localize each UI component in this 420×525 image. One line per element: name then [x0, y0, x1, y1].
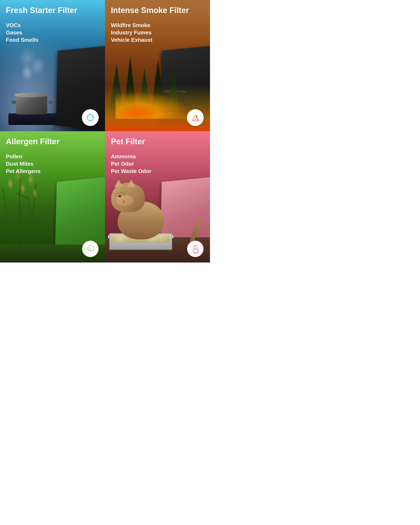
item-wildfire-smoke: Wildfire Smoke	[111, 22, 152, 28]
fresh-starter-filter-cell: Fresh Starter Filter VOCs Gases Food Sme…	[0, 0, 105, 131]
fire-mountain-icon	[190, 112, 201, 123]
svg-point-15	[196, 247, 197, 248]
item-pet-allergens: Pet Allergens	[6, 168, 40, 175]
stem-5	[27, 196, 36, 246]
item-vehicle-exhaust: Vehicle Exhaust	[111, 37, 152, 43]
svg-point-4	[90, 247, 91, 248]
item-gases: Gases	[6, 29, 38, 36]
svg-point-8	[86, 250, 86, 250]
seed-5	[31, 188, 39, 199]
refresh-icon	[85, 113, 95, 122]
seed-3	[19, 182, 26, 195]
pot-lid	[14, 93, 49, 97]
svg-point-6	[86, 248, 87, 249]
item-pet-odor: Pet Odor	[111, 161, 151, 167]
pot-body	[16, 95, 47, 114]
pet-cat-icon	[190, 244, 201, 254]
cat-eye	[119, 195, 121, 197]
fresh-starter-items: VOCs Gases Food Smells	[6, 22, 38, 44]
item-pet-waste-odor: Pet Waste Odor	[111, 168, 151, 175]
intense-smoke-title: Intense Smoke Filter	[111, 6, 189, 15]
allergen-face-icon	[85, 244, 95, 254]
svg-point-9	[87, 247, 87, 248]
refresh-icon-circle	[82, 109, 99, 126]
pet-filter-cell: Pet Filter Ammonia Pet Odor Pet Waste Od…	[105, 131, 210, 262]
pot-handle-left	[11, 101, 16, 104]
seed-1	[6, 177, 14, 190]
cat-nose	[122, 201, 125, 203]
item-ammonia: Ammonia	[111, 153, 151, 160]
fresh-starter-title: Fresh Starter Filter	[6, 6, 77, 15]
fire-flames	[115, 91, 189, 119]
allergen-items: Pollen Dust Mites Pet Allergens	[6, 153, 40, 175]
pot-handle-right	[49, 101, 53, 104]
svg-point-14	[195, 247, 195, 248]
pet-items: Ammonia Pet Odor Pet Waste Odor	[111, 153, 151, 175]
stem-3	[18, 191, 24, 246]
cat-ear-right	[127, 179, 135, 187]
filter-grid: Fresh Starter Filter VOCs Gases Food Sme…	[0, 0, 210, 262]
stove	[8, 113, 57, 125]
item-vocs: VOCs	[6, 22, 38, 28]
svg-marker-0	[92, 116, 93, 118]
intense-smoke-filter-cell: Intense Smoke f way Intense Smoke Filter…	[105, 0, 210, 131]
item-food-smells: Food Smells	[6, 37, 38, 43]
cat-ear-left	[114, 179, 123, 187]
item-pollen: Pollen	[6, 153, 40, 160]
allergen-filter-cell: Allergen Filter Pollen Dust Mites Pet Al…	[0, 131, 105, 262]
svg-point-5	[87, 249, 88, 250]
item-industry-fumes: Industry Fumes	[111, 29, 152, 36]
intense-smoke-items: Wildfire Smoke Industry Fumes Vehicle Ex…	[111, 22, 152, 44]
fire-icon-circle	[187, 109, 204, 126]
item-dust-mites: Dust Mites	[6, 161, 40, 167]
steam-wisp-3	[17, 45, 38, 70]
svg-point-7	[88, 248, 88, 249]
pet-title: Pet Filter	[111, 137, 145, 146]
pet-icon-circle	[187, 240, 204, 257]
allergen-title: Allergen Filter	[6, 137, 60, 146]
allergen-icon-circle	[82, 240, 99, 257]
